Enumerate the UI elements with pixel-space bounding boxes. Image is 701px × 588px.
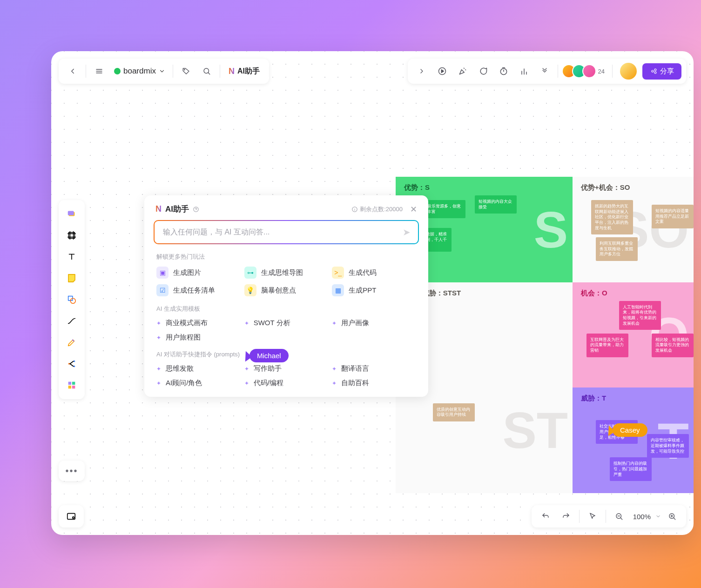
note[interactable]: 优质的创意互动内容吸引用户持续 xyxy=(433,403,475,421)
gen-ppt[interactable]: ▦生成PPT xyxy=(332,284,416,296)
celebrate-button[interactable] xyxy=(453,62,472,80)
comment-button[interactable] xyxy=(474,62,492,80)
gen-mindmap[interactable]: ⊶生成思维导图 xyxy=(244,267,329,279)
divider xyxy=(86,65,86,78)
swot-so[interactable]: 优势+机会：SO SO 抓新的趋势大的互联网新动能进展入社区，优化新行业平台，注… xyxy=(573,177,694,282)
note[interactable]: 利用互联网多重业务互联推动，发掘用户多方位 xyxy=(596,237,638,261)
svg-rect-34 xyxy=(72,382,75,385)
swot-grid: 优势：S S 音乐资源多，创意丰富 基于大数据，精准分发机制，千人千面 短视频的… xyxy=(396,177,694,493)
spark-icon: ✦ xyxy=(332,366,337,372)
prompt-coding[interactable]: ✦代码/编程 xyxy=(244,379,329,388)
note[interactable]: 人工智能时代到来，能将有优势的短视频，引来新的发展机会 xyxy=(619,301,661,330)
ai-panel-title: AI助手 xyxy=(165,204,189,214)
tag-button[interactable] xyxy=(177,62,195,80)
zoom-level[interactable]: 100% xyxy=(630,513,654,521)
template-journey[interactable]: ✦用户旅程图 xyxy=(156,333,241,342)
shape-tool[interactable] xyxy=(62,290,81,309)
swot-o-label: 机会：O xyxy=(581,289,685,298)
share-icon xyxy=(650,67,657,75)
pointer-mode[interactable] xyxy=(583,507,602,526)
sticky-note-tool[interactable] xyxy=(62,269,81,287)
brand-dot-icon xyxy=(114,68,121,74)
owner-avatar[interactable] xyxy=(620,63,637,80)
spark-icon: ✦ xyxy=(244,366,249,372)
avatar-count: 24 xyxy=(598,68,605,75)
template-canvas[interactable]: ✦商业模式画布 xyxy=(156,319,241,327)
brand-name: boardmix xyxy=(123,67,156,76)
more-tools[interactable]: ••• xyxy=(59,461,85,481)
prompt-encyclopedia[interactable]: ✦自助百科 xyxy=(332,379,416,388)
menu-button[interactable] xyxy=(90,62,108,80)
svg-rect-35 xyxy=(68,386,71,388)
chevron-down-icon[interactable] xyxy=(655,514,661,519)
text-tool[interactable] xyxy=(62,247,81,266)
note[interactable]: 短视频的内容大众接受 xyxy=(475,195,517,214)
play-button[interactable] xyxy=(433,62,452,80)
prompt-advisor[interactable]: ✦AI顾问/角色 xyxy=(156,379,241,388)
send-button[interactable]: ➤ xyxy=(403,227,411,238)
frame-tool[interactable] xyxy=(62,226,81,245)
side-toolbar xyxy=(59,200,85,399)
chart-button[interactable] xyxy=(515,62,533,80)
spark-icon: ✦ xyxy=(156,334,161,341)
note[interactable]: 短视频的内容适量用推荐产品立足新文案 xyxy=(652,205,694,228)
collaborators[interactable]: 24 xyxy=(566,64,605,78)
back-button[interactable] xyxy=(63,62,82,80)
prompt-divergent[interactable]: ✦思维发散 xyxy=(156,364,241,373)
prompt-writing[interactable]: ✦写作助手 xyxy=(244,364,329,373)
checklist-icon: ☑ xyxy=(156,284,169,296)
swot-so-label: 优势+机会：SO xyxy=(581,183,685,192)
svg-marker-7 xyxy=(441,70,444,73)
close-button[interactable]: ✕ xyxy=(410,204,417,214)
template-swot[interactable]: ✦SWOT 分析 xyxy=(244,319,329,327)
redo-button[interactable] xyxy=(557,507,575,526)
note[interactable]: 抵制热门内容的吸引，热门问题越加严重 xyxy=(610,457,652,481)
templates-tool[interactable] xyxy=(62,376,81,394)
brand-dropdown[interactable]: boardmix xyxy=(110,67,169,76)
svg-rect-19 xyxy=(69,233,75,239)
zoom-in[interactable] xyxy=(663,507,681,526)
svg-point-37 xyxy=(194,207,199,212)
minimap-button[interactable] xyxy=(59,505,84,528)
swot-opportunities[interactable]: 机会：O O 人工智能时代到来，能将有优势的短视频，引来新的发展机会 互联网普及… xyxy=(573,282,694,388)
note[interactable]: 音乐资源多，创意丰富 xyxy=(424,200,465,218)
prompt-translate[interactable]: ✦翻译语言 xyxy=(332,364,416,373)
section-title: 解锁更多热门玩法 xyxy=(156,253,416,261)
timer-button[interactable] xyxy=(494,62,513,80)
expand-button[interactable] xyxy=(412,62,431,80)
svg-line-9 xyxy=(465,70,465,70)
spark-icon: ✦ xyxy=(156,380,161,387)
cursor-michael: Michael xyxy=(242,349,289,362)
share-button[interactable]: 分享 xyxy=(642,63,681,80)
note[interactable]: 互联网普及为巨大的流量带来，助力营销 xyxy=(586,334,628,357)
ai-prompt-input[interactable] xyxy=(154,220,419,244)
spark-icon: ✦ xyxy=(332,320,337,327)
ai-assistant-button[interactable]: N AI助手 xyxy=(224,67,264,76)
note[interactable]: 内容管控审核难，近期被爆料事件频发，可能导致失控 xyxy=(647,434,689,458)
connector-tool[interactable] xyxy=(62,312,81,330)
ai-panel: N AI助手 剩余点数:20000 ✕ ➤ 解锁更多热门玩法 ▣生成图片 ⊶生成… xyxy=(144,195,428,397)
spark-icon: ✦ xyxy=(156,366,161,372)
swot-threats[interactable]: 威胁：T T 社交实时性较弱，用户的海量性不足，粘性不够 内容管控审核难，近期被… xyxy=(573,388,694,493)
pen-tool[interactable] xyxy=(62,333,81,352)
letter-st: ST xyxy=(502,400,568,459)
note[interactable]: 抓新的趋势大的互联网新动能进展入社区，优化新行业平台，注入新的热度与生机 xyxy=(591,200,633,234)
gen-code[interactable]: >_生成代码 xyxy=(332,267,416,279)
swot-t-label: 威胁：T xyxy=(581,394,685,403)
gen-brainstorm[interactable]: 💡脑暴创意点 xyxy=(244,284,329,296)
template-persona[interactable]: ✦用户画像 xyxy=(332,319,416,327)
ppt-icon: ▦ xyxy=(332,284,344,296)
select-tool[interactable] xyxy=(62,205,81,223)
help-icon[interactable] xyxy=(193,206,199,213)
spark-icon: ✦ xyxy=(244,380,249,387)
gen-todo[interactable]: ☑生成任务清单 xyxy=(156,284,241,296)
search-button[interactable] xyxy=(197,62,216,80)
zoom-out[interactable] xyxy=(610,507,628,526)
gen-image[interactable]: ▣生成图片 xyxy=(156,267,241,279)
svg-rect-36 xyxy=(72,386,75,388)
ai-logo-icon: N xyxy=(229,67,235,76)
undo-button[interactable] xyxy=(536,507,555,526)
more-tools-button[interactable] xyxy=(535,62,554,80)
mindmap-tool[interactable] xyxy=(62,354,81,373)
note[interactable]: 相比较，短视频的流量吸引力更强的发展机会 xyxy=(652,334,694,357)
